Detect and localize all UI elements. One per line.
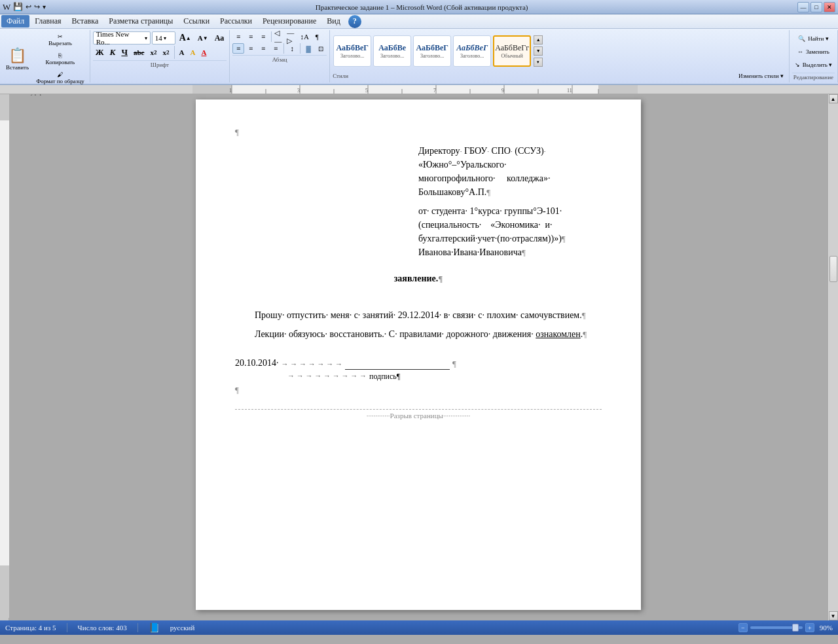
divider4 bbox=[300, 43, 301, 54]
svg-text:9: 9 bbox=[501, 88, 504, 94]
superscript-button[interactable]: x2 bbox=[160, 46, 172, 59]
para-row1: ≡ ≡ ≡ ◁— —▷ ↕A ¶ bbox=[232, 31, 327, 42]
style-zagolovok3[interactable]: АаБбВеГ Заголово... bbox=[413, 35, 451, 67]
select-label: Выделить ▾ bbox=[803, 62, 832, 68]
select-button[interactable]: ↘ Выделить ▾ bbox=[792, 60, 835, 70]
address-line-6: (специальность· «Экономика· и· bbox=[418, 218, 602, 232]
help-button[interactable]: ? bbox=[348, 15, 361, 28]
zoom-out-button[interactable]: − bbox=[738, 623, 748, 632]
statusbar: Страница: 4 из 5 Число слов: 403 📘 русск… bbox=[0, 620, 838, 635]
date-text: 20.10.2014· bbox=[235, 357, 279, 370]
styles-expand[interactable]: ▾ bbox=[534, 58, 543, 67]
signature-label-text: подпись¶ bbox=[369, 371, 400, 382]
zoom-slider[interactable] bbox=[750, 626, 803, 629]
font-shrink-button[interactable]: A▼ bbox=[195, 31, 211, 45]
highlight-button[interactable]: А bbox=[188, 46, 198, 59]
menu-references[interactable]: Ссылки bbox=[178, 15, 215, 27]
paste-button[interactable]: 📋 Вставить bbox=[3, 45, 32, 73]
minimize-button[interactable]: — bbox=[797, 2, 809, 12]
styles-scroll-down[interactable]: ▼ bbox=[534, 46, 543, 56]
font-dropdown-icon[interactable]: ▾ bbox=[145, 35, 147, 41]
document-page[interactable]: ¶ Директору· ГБОУ· СПО· (ССУЗ)· «Южно°–°… bbox=[196, 99, 641, 610]
scroll-thumb[interactable] bbox=[829, 256, 837, 282]
ribbon-edit-group: 🔍 Найти ▾ ↔ Заменить ↘ Выделить ▾ Редакт… bbox=[790, 30, 838, 82]
status-divider1 bbox=[67, 623, 67, 632]
styles-scroll-up[interactable]: ▲ bbox=[534, 35, 543, 45]
menu-mailings[interactable]: Рассылки bbox=[215, 15, 257, 27]
address-line-7: бухгалтерский·учет·(по·отраслям))»)¶ bbox=[418, 232, 602, 245]
italic-button[interactable]: К bbox=[107, 46, 118, 59]
strikethrough-button[interactable]: abc bbox=[131, 46, 147, 59]
zoom-in-button[interactable]: + bbox=[805, 623, 814, 632]
document-area[interactable]: ¶ Директору· ГБОУ· СПО· (ССУЗ)· «Южно°–°… bbox=[9, 94, 828, 620]
styles-bottom-row: Стили Изменить стили ▾ bbox=[333, 71, 786, 81]
copy-button[interactable]: ⎘ Копировать bbox=[33, 50, 87, 67]
bullets-button[interactable]: ≡ bbox=[232, 31, 244, 42]
underlined-text: ознакомлен bbox=[536, 329, 581, 339]
text-effects-button[interactable]: A bbox=[177, 46, 187, 59]
line-spacing-button[interactable]: ↕ bbox=[286, 43, 298, 54]
format-painter-icon: 🖌 bbox=[57, 71, 63, 78]
underline-button[interactable]: Ч bbox=[118, 46, 130, 59]
zoom-control: − + 90% bbox=[738, 623, 833, 632]
decrease-indent-button[interactable]: ◁— bbox=[274, 31, 285, 42]
redo-icon[interactable]: ↪ bbox=[34, 3, 40, 11]
font-size-input[interactable]: 14 ▾ bbox=[152, 31, 175, 45]
justify-button[interactable]: ≡ bbox=[270, 43, 282, 54]
pilcrow-button[interactable]: ¶ bbox=[311, 31, 323, 42]
style-zagolovok4[interactable]: АаБбВеГ Заголово... bbox=[453, 35, 491, 67]
status-divider2 bbox=[137, 623, 138, 632]
replace-button[interactable]: ↔ Заменить bbox=[792, 46, 835, 57]
increase-indent-button[interactable]: —▷ bbox=[286, 31, 298, 42]
vertical-scrollbar[interactable]: ▲ ▼ bbox=[828, 94, 838, 620]
find-button[interactable]: 🔍 Найти ▾ bbox=[792, 33, 835, 44]
zoom-thumb bbox=[792, 624, 799, 632]
font-grow-button[interactable]: A▲ bbox=[177, 31, 194, 45]
font-name-input[interactable]: Times New Ro... ▾ bbox=[93, 31, 151, 45]
clear-format-button[interactable]: Аа bbox=[212, 31, 227, 45]
maximize-button[interactable]: □ bbox=[811, 2, 822, 12]
close-button[interactable]: ✕ bbox=[824, 2, 835, 12]
menu-review[interactable]: Рецензирование bbox=[257, 15, 321, 27]
scroll-up-button[interactable]: ▲ bbox=[829, 94, 838, 103]
style-zagolovok1-text: АаБбВеГ bbox=[336, 43, 368, 53]
svg-text:1: 1 bbox=[229, 88, 232, 94]
address-line-5: от· студента· 1°курса· группы°Э-101· bbox=[418, 204, 602, 218]
save-icon[interactable]: 💾 bbox=[13, 2, 23, 12]
divider3 bbox=[283, 43, 284, 54]
style-zagolovok1[interactable]: АаБбВеГ Заголово... bbox=[333, 35, 371, 67]
menu-view[interactable]: Вид bbox=[321, 15, 346, 27]
style-zagolovok4-label: Заголово... bbox=[460, 53, 484, 59]
format-painter-button[interactable]: 🖌 Формат по образцу bbox=[33, 69, 87, 86]
document-body[interactable]: Прошу· отпустить· меня· с· занятий· 29.1… bbox=[235, 308, 602, 341]
menu-file[interactable]: Файл bbox=[1, 15, 29, 27]
ruler-ticks-svg: 1 3 5 7 9 11 bbox=[192, 85, 638, 94]
border-button[interactable]: ⊡ bbox=[315, 43, 327, 54]
bold-button[interactable]: Ж bbox=[93, 46, 107, 59]
cut-button[interactable]: ✂ Вырезать bbox=[33, 31, 87, 48]
scroll-down-button[interactable]: ▼ bbox=[829, 611, 838, 620]
multilevel-button[interactable]: ≡ bbox=[257, 31, 269, 42]
spell-check-icon[interactable]: 📘 bbox=[149, 622, 160, 634]
align-right-button[interactable]: ≡ bbox=[257, 43, 269, 54]
subscript-button[interactable]: x2 bbox=[147, 46, 159, 59]
address-line-1: Директору· ГБОУ· СПО· (ССУЗ)· bbox=[418, 144, 602, 158]
numbering-button[interactable]: ≡ bbox=[245, 31, 257, 42]
menu-layout[interactable]: Разметка страницы bbox=[103, 15, 178, 27]
style-zagolovok2[interactable]: АаБбВе Заголово... bbox=[373, 35, 411, 67]
align-center-button[interactable]: ≡ bbox=[245, 43, 257, 54]
font-size-dropdown-icon[interactable]: ▾ bbox=[164, 35, 166, 41]
undo-icon[interactable]: ↩ bbox=[26, 3, 31, 11]
edit-group-label: Редактирование bbox=[792, 73, 835, 81]
change-styles-button[interactable]: Изменить стили ▾ bbox=[736, 71, 786, 81]
style-zagolovok2-label: Заголово... bbox=[380, 53, 404, 59]
scroll-track[interactable] bbox=[829, 103, 838, 611]
align-left-button[interactable]: ≡ bbox=[232, 43, 244, 54]
ribbon: 📋 Вставить ✂ Вырезать ⎘ Копировать 🖌 bbox=[0, 29, 838, 85]
menu-home[interactable]: Главная bbox=[29, 15, 66, 27]
menu-insert[interactable]: Вставка bbox=[67, 15, 104, 27]
shading-button[interactable]: ▓ bbox=[302, 43, 314, 54]
style-obychnyy[interactable]: АаБбВеГг Обычный bbox=[493, 35, 531, 67]
font-color-button[interactable]: А bbox=[199, 46, 210, 59]
sort-button[interactable]: ↕A bbox=[299, 31, 310, 42]
